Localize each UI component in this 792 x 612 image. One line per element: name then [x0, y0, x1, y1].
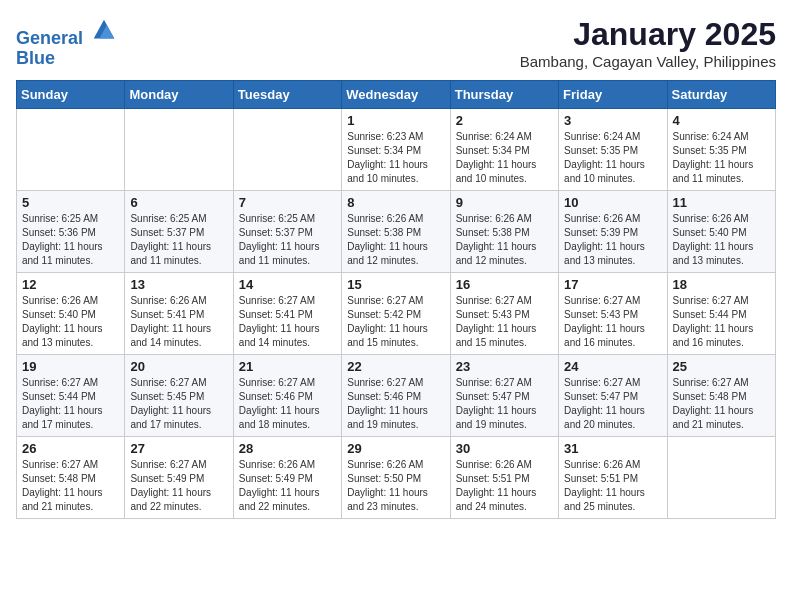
month-title: January 2025	[520, 16, 776, 53]
day-info: Sunrise: 6:26 AM Sunset: 5:41 PM Dayligh…	[130, 294, 227, 350]
day-number: 7	[239, 195, 336, 210]
day-info: Sunrise: 6:25 AM Sunset: 5:37 PM Dayligh…	[130, 212, 227, 268]
day-number: 12	[22, 277, 119, 292]
calendar-header-row: SundayMondayTuesdayWednesdayThursdayFrid…	[17, 81, 776, 109]
day-info: Sunrise: 6:26 AM Sunset: 5:51 PM Dayligh…	[456, 458, 553, 514]
calendar-cell: 7Sunrise: 6:25 AM Sunset: 5:37 PM Daylig…	[233, 191, 341, 273]
calendar-cell: 8Sunrise: 6:26 AM Sunset: 5:38 PM Daylig…	[342, 191, 450, 273]
column-header-sunday: Sunday	[17, 81, 125, 109]
calendar-cell: 6Sunrise: 6:25 AM Sunset: 5:37 PM Daylig…	[125, 191, 233, 273]
calendar-cell	[233, 109, 341, 191]
calendar-cell: 24Sunrise: 6:27 AM Sunset: 5:47 PM Dayli…	[559, 355, 667, 437]
day-info: Sunrise: 6:26 AM Sunset: 5:40 PM Dayligh…	[673, 212, 770, 268]
day-info: Sunrise: 6:27 AM Sunset: 5:48 PM Dayligh…	[22, 458, 119, 514]
day-number: 5	[22, 195, 119, 210]
calendar-cell: 30Sunrise: 6:26 AM Sunset: 5:51 PM Dayli…	[450, 437, 558, 519]
day-info: Sunrise: 6:26 AM Sunset: 5:50 PM Dayligh…	[347, 458, 444, 514]
calendar-cell: 16Sunrise: 6:27 AM Sunset: 5:43 PM Dayli…	[450, 273, 558, 355]
day-info: Sunrise: 6:24 AM Sunset: 5:34 PM Dayligh…	[456, 130, 553, 186]
calendar-cell: 18Sunrise: 6:27 AM Sunset: 5:44 PM Dayli…	[667, 273, 775, 355]
day-number: 31	[564, 441, 661, 456]
day-number: 25	[673, 359, 770, 374]
day-info: Sunrise: 6:27 AM Sunset: 5:44 PM Dayligh…	[22, 376, 119, 432]
calendar-cell: 11Sunrise: 6:26 AM Sunset: 5:40 PM Dayli…	[667, 191, 775, 273]
day-info: Sunrise: 6:26 AM Sunset: 5:38 PM Dayligh…	[347, 212, 444, 268]
day-info: Sunrise: 6:26 AM Sunset: 5:51 PM Dayligh…	[564, 458, 661, 514]
day-number: 10	[564, 195, 661, 210]
calendar-cell: 29Sunrise: 6:26 AM Sunset: 5:50 PM Dayli…	[342, 437, 450, 519]
day-info: Sunrise: 6:27 AM Sunset: 5:48 PM Dayligh…	[673, 376, 770, 432]
calendar-cell	[125, 109, 233, 191]
column-header-wednesday: Wednesday	[342, 81, 450, 109]
day-info: Sunrise: 6:27 AM Sunset: 5:43 PM Dayligh…	[456, 294, 553, 350]
column-header-saturday: Saturday	[667, 81, 775, 109]
day-info: Sunrise: 6:27 AM Sunset: 5:45 PM Dayligh…	[130, 376, 227, 432]
day-number: 19	[22, 359, 119, 374]
day-number: 27	[130, 441, 227, 456]
calendar-cell: 9Sunrise: 6:26 AM Sunset: 5:38 PM Daylig…	[450, 191, 558, 273]
calendar-cell: 4Sunrise: 6:24 AM Sunset: 5:35 PM Daylig…	[667, 109, 775, 191]
calendar-cell: 21Sunrise: 6:27 AM Sunset: 5:46 PM Dayli…	[233, 355, 341, 437]
logo-blue: Blue	[16, 48, 55, 68]
day-number: 15	[347, 277, 444, 292]
day-number: 9	[456, 195, 553, 210]
day-info: Sunrise: 6:26 AM Sunset: 5:40 PM Dayligh…	[22, 294, 119, 350]
location-subtitle: Bambang, Cagayan Valley, Philippines	[520, 53, 776, 70]
calendar-week-row: 26Sunrise: 6:27 AM Sunset: 5:48 PM Dayli…	[17, 437, 776, 519]
day-number: 1	[347, 113, 444, 128]
day-info: Sunrise: 6:27 AM Sunset: 5:41 PM Dayligh…	[239, 294, 336, 350]
day-number: 2	[456, 113, 553, 128]
logo: General Blue	[16, 16, 118, 69]
calendar-cell: 12Sunrise: 6:26 AM Sunset: 5:40 PM Dayli…	[17, 273, 125, 355]
calendar-cell: 15Sunrise: 6:27 AM Sunset: 5:42 PM Dayli…	[342, 273, 450, 355]
calendar-cell	[17, 109, 125, 191]
page-header: General Blue January 2025 Bambang, Cagay…	[16, 16, 776, 70]
day-number: 28	[239, 441, 336, 456]
day-number: 23	[456, 359, 553, 374]
day-number: 11	[673, 195, 770, 210]
day-info: Sunrise: 6:27 AM Sunset: 5:47 PM Dayligh…	[456, 376, 553, 432]
calendar-cell: 13Sunrise: 6:26 AM Sunset: 5:41 PM Dayli…	[125, 273, 233, 355]
calendar-cell: 2Sunrise: 6:24 AM Sunset: 5:34 PM Daylig…	[450, 109, 558, 191]
logo-general: General	[16, 28, 83, 48]
calendar-cell: 28Sunrise: 6:26 AM Sunset: 5:49 PM Dayli…	[233, 437, 341, 519]
calendar-cell: 22Sunrise: 6:27 AM Sunset: 5:46 PM Dayli…	[342, 355, 450, 437]
calendar-cell: 26Sunrise: 6:27 AM Sunset: 5:48 PM Dayli…	[17, 437, 125, 519]
day-number: 4	[673, 113, 770, 128]
day-info: Sunrise: 6:24 AM Sunset: 5:35 PM Dayligh…	[673, 130, 770, 186]
day-info: Sunrise: 6:26 AM Sunset: 5:39 PM Dayligh…	[564, 212, 661, 268]
calendar-week-row: 1Sunrise: 6:23 AM Sunset: 5:34 PM Daylig…	[17, 109, 776, 191]
day-number: 20	[130, 359, 227, 374]
day-number: 13	[130, 277, 227, 292]
day-info: Sunrise: 6:25 AM Sunset: 5:36 PM Dayligh…	[22, 212, 119, 268]
day-number: 29	[347, 441, 444, 456]
day-number: 6	[130, 195, 227, 210]
day-info: Sunrise: 6:24 AM Sunset: 5:35 PM Dayligh…	[564, 130, 661, 186]
calendar-cell: 23Sunrise: 6:27 AM Sunset: 5:47 PM Dayli…	[450, 355, 558, 437]
day-number: 24	[564, 359, 661, 374]
calendar-cell: 17Sunrise: 6:27 AM Sunset: 5:43 PM Dayli…	[559, 273, 667, 355]
day-info: Sunrise: 6:27 AM Sunset: 5:46 PM Dayligh…	[347, 376, 444, 432]
day-number: 26	[22, 441, 119, 456]
day-info: Sunrise: 6:26 AM Sunset: 5:49 PM Dayligh…	[239, 458, 336, 514]
day-number: 17	[564, 277, 661, 292]
day-info: Sunrise: 6:27 AM Sunset: 5:44 PM Dayligh…	[673, 294, 770, 350]
column-header-thursday: Thursday	[450, 81, 558, 109]
column-header-friday: Friday	[559, 81, 667, 109]
calendar-cell: 20Sunrise: 6:27 AM Sunset: 5:45 PM Dayli…	[125, 355, 233, 437]
calendar-cell: 1Sunrise: 6:23 AM Sunset: 5:34 PM Daylig…	[342, 109, 450, 191]
day-number: 16	[456, 277, 553, 292]
calendar-cell: 14Sunrise: 6:27 AM Sunset: 5:41 PM Dayli…	[233, 273, 341, 355]
calendar-table: SundayMondayTuesdayWednesdayThursdayFrid…	[16, 80, 776, 519]
day-number: 3	[564, 113, 661, 128]
calendar-cell: 25Sunrise: 6:27 AM Sunset: 5:48 PM Dayli…	[667, 355, 775, 437]
calendar-cell: 10Sunrise: 6:26 AM Sunset: 5:39 PM Dayli…	[559, 191, 667, 273]
day-number: 30	[456, 441, 553, 456]
day-info: Sunrise: 6:27 AM Sunset: 5:47 PM Dayligh…	[564, 376, 661, 432]
calendar-cell: 31Sunrise: 6:26 AM Sunset: 5:51 PM Dayli…	[559, 437, 667, 519]
day-info: Sunrise: 6:25 AM Sunset: 5:37 PM Dayligh…	[239, 212, 336, 268]
calendar-cell: 5Sunrise: 6:25 AM Sunset: 5:36 PM Daylig…	[17, 191, 125, 273]
day-info: Sunrise: 6:27 AM Sunset: 5:46 PM Dayligh…	[239, 376, 336, 432]
title-block: January 2025 Bambang, Cagayan Valley, Ph…	[520, 16, 776, 70]
calendar-cell: 27Sunrise: 6:27 AM Sunset: 5:49 PM Dayli…	[125, 437, 233, 519]
